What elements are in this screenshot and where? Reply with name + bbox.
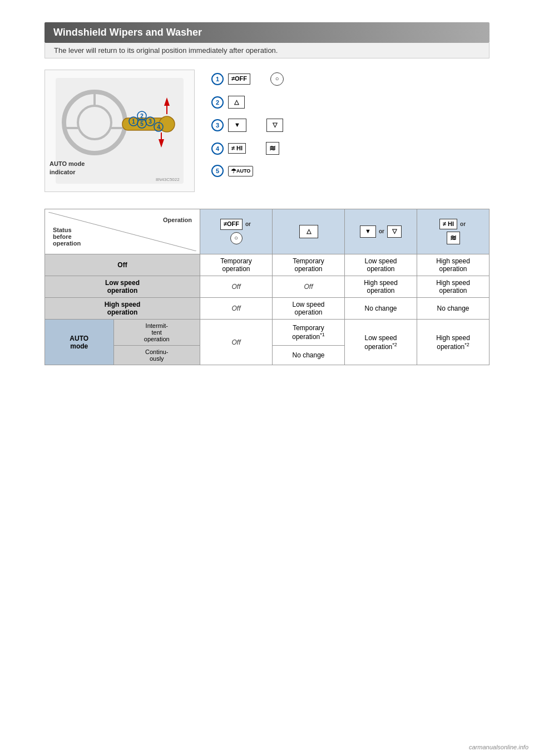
table-row-low: Low speedoperation Off Off High speedope… [45,276,490,298]
legend-number-2: 2 [211,96,224,109]
cell-auto-continuous-col2: No change [273,346,345,365]
legend-item-4: 4 ≠ HI ≋ [211,142,490,155]
cell-off-col4: High speedoperation [417,254,490,276]
table-row-high: High speedoperation Off Low speedoperati… [45,298,490,320]
cell-high-col3: No change [345,298,417,320]
row-status-auto: AUTOmode [45,320,114,365]
svg-text:1: 1 [132,119,135,125]
col1-icon-container: ≠OFF or [220,219,252,229]
table-section: Operation Statusbeforeoperation ≠OFF or … [44,209,490,365]
superscript-1: *1 [320,332,325,337]
diagonal-cell-inner: Operation Statusbeforeoperation [48,212,196,251]
col1-circle-icon: ○ [230,232,243,244]
col4-hi-icon: ≠ HI [439,219,457,229]
col-header-4-inner: ≠ HI or ≋ [421,217,486,247]
triangle-down-icon: ▼ [228,119,246,131]
col3-down-icon: ▼ [360,225,376,237]
cell-high-col1: Off [200,298,273,320]
svg-text:5: 5 [140,121,144,127]
row-status-auto-intermittent: Intermit-tentoperation [113,320,200,346]
col4-icon-container: ≠ HI or [439,219,467,229]
col-header-3-inner: ▼ or ▽ [348,223,413,239]
table-header-row: Operation Statusbeforeoperation ≠OFF or … [45,209,490,254]
superscript-2b: *2 [464,342,469,347]
svg-point-7 [159,116,175,132]
cell-high-col2: Low speedoperation [273,298,345,320]
legend-item-3: 3 ▼ ▽ [211,119,490,131]
triangle-up-icon: △ [228,96,245,109]
row-status-auto-continuous: Continu-ously [113,346,200,365]
row-status-low: Low speedoperation [45,276,200,298]
triangle-down-outline-icon: ▽ [266,119,283,131]
page-subtitle: The lever will return to its original po… [44,43,490,58]
legend-number-5: 5 [211,165,224,177]
legend-number-4: 4 [211,143,224,155]
auto-mode-label: AUTO modeindicator [50,160,85,176]
cell-off-col2: Temporaryoperation [273,254,345,276]
superscript-2a: *2 [392,342,397,347]
off-icon: ≠OFF [228,73,250,84]
col-header-1: ≠OFF or ○ [200,209,273,254]
col-header-2-inner: △ [276,223,341,240]
image-code: 8N43C5022 [156,177,180,182]
cell-off-col1: Temporaryoperation [200,254,273,276]
col1-toff-icon: ≠OFF [220,219,243,229]
cell-low-col4: High speedoperation [417,276,490,298]
page-title: Windshield Wipers and Washer [44,22,490,43]
diagonal-top-label: Operation [163,217,192,223]
cell-off-col3: Low speedoperation [345,254,417,276]
col1-or: or [245,221,251,227]
table-row-off: Off Temporaryoperation Temporaryoperatio… [45,254,490,276]
svg-text:3: 3 [149,119,152,125]
col4-or: or [460,221,466,227]
cell-high-col4: No change [417,298,490,320]
cell-auto-intermittent-col2: Temporaryoperation*1 [273,320,345,346]
svg-text:2: 2 [140,113,144,119]
row-status-off: Off [45,254,200,276]
page-container: Windshield Wipers and Washer The lever w… [0,0,534,387]
hi-outline-icon: ≋ [266,142,279,155]
col4-hi-outline-icon: ≋ [447,232,460,245]
cell-auto-col3: Low speedoperation*2 [345,320,417,365]
auto-icon: ☂ AUTO [228,166,253,176]
col-header-4: ≠ HI or ≋ [417,209,490,254]
col2-triangle-icon: △ [299,225,318,238]
wiper-diagram: 1 2 3 4 5 8N43C5022 AUTO modeindicator [45,70,194,192]
legend-item-5: 5 ☂ AUTO [211,165,490,177]
cell-low-col3: High speedoperation [345,276,417,298]
diagonal-bottom-label: Statusbeforeoperation [53,227,81,247]
diagonal-header: Operation Statusbeforeoperation [45,209,200,254]
svg-text:4: 4 [157,124,160,130]
table-row-auto-intermittent: AUTOmode Intermit-tentoperation Off Temp… [45,320,490,346]
watermark: carmanualsonline.info [469,744,528,750]
hi-icon: ≠ HI [228,143,246,154]
col-header-1-inner: ≠OFF or ○ [204,217,269,246]
col-header-2: △ [273,209,345,254]
legend-item-1: 1 ≠OFF ○ [211,72,490,86]
col-header-3: ▼ or ▽ [345,209,417,254]
col3-or: or [379,228,384,234]
header-section: Windshield Wipers and Washer The lever w… [44,22,490,58]
legend-number-1: 1 [211,73,224,85]
legend-number-3: 3 [211,119,224,131]
col3-icon-container: ▼ or ▽ [360,225,402,237]
cell-low-col1: Off [200,276,273,298]
circle-o-icon: ○ [270,72,284,86]
cell-auto-col1: Off [200,320,273,365]
operation-table: Operation Statusbeforeoperation ≠OFF or … [44,209,490,365]
legend-item-2: 2 △ [211,96,490,109]
diagram-section: 1 2 3 4 5 8N43C5022 AUTO modeindicator [44,70,490,192]
legend-section: 1 ≠OFF ○ 2 △ 3 ▼ ▽ 4 ≠ HI ≋ [211,70,490,181]
row-status-high: High speedoperation [45,298,200,320]
cell-auto-col4: High speedoperation*2 [417,320,490,365]
col3-down-outline-icon: ▽ [387,225,402,237]
cell-low-col2: Off [273,276,345,298]
diagram-image: 1 2 3 4 5 8N43C5022 AUTO modeindicator [44,70,195,192]
